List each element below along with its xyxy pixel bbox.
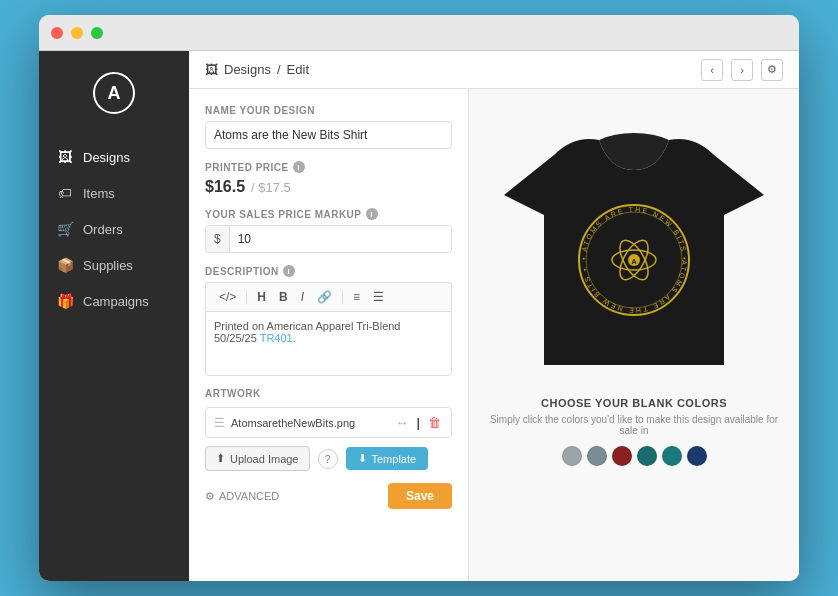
sales-markup-info-icon[interactable]: i <box>366 208 378 220</box>
breadcrumb-designs: Designs <box>224 62 271 77</box>
sidebar: A 🖼 Designs 🏷 Items 🛒 Orders 📦 Supplies … <box>39 51 189 581</box>
toolbar-divider-2 <box>342 290 343 304</box>
app-window: A 🖼 Designs 🏷 Items 🛒 Orders 📦 Supplies … <box>39 15 799 581</box>
color-swatch-2[interactable] <box>612 446 632 466</box>
heading-btn[interactable]: H <box>252 288 271 306</box>
sidebar-item-label-items: Items <box>83 186 115 201</box>
advanced-link[interactable]: ⚙ ADVANCED <box>205 490 279 503</box>
settings-button[interactable]: ⚙ <box>761 59 783 81</box>
minimize-button[interactable] <box>71 27 83 39</box>
link-btn[interactable]: 🔗 <box>312 288 337 306</box>
advanced-icon: ⚙ <box>205 490 215 503</box>
sidebar-item-campaigns[interactable]: 🎁 Campaigns <box>39 283 189 319</box>
upload-icon: ⬆ <box>216 452 225 465</box>
description-label: DESCRIPTION i <box>205 265 452 277</box>
price-slash: / $17.5 <box>251 180 291 195</box>
dollar-prefix: $ <box>206 226 230 252</box>
color-swatch-5[interactable] <box>687 446 707 466</box>
designs-icon: 🖼 <box>57 149 73 165</box>
supplies-icon: 📦 <box>57 257 73 273</box>
sales-markup-input[interactable] <box>230 226 451 252</box>
titlebar <box>39 15 799 51</box>
sidebar-item-label-supplies: Supplies <box>83 258 133 273</box>
content-area: NAME YOUR DESIGN PRINTED PRICE i $16.5 /… <box>189 89 799 581</box>
sales-markup-input-group: $ <box>205 225 452 253</box>
description-text-1: Printed on American Apparel Tri-Blend <box>214 320 401 332</box>
design-name-input[interactable] <box>205 121 452 149</box>
move-artwork-btn[interactable]: ↔ <box>394 413 411 432</box>
artwork-upload-row: ⬆ Upload Image ? ⬇ Template <box>205 446 452 471</box>
artwork-row: ☰ AtomsaretheNewBits.png ↔ | 🗑 <box>205 407 452 438</box>
price-value: $16.5 <box>205 178 245 196</box>
color-swatch-0[interactable] <box>562 446 582 466</box>
printed-price-label: PRINTED PRICE i <box>205 161 452 173</box>
color-swatch-1[interactable] <box>587 446 607 466</box>
description-period: . <box>293 332 296 344</box>
upload-image-button[interactable]: ⬆ Upload Image <box>205 446 310 471</box>
color-swatches <box>562 446 707 466</box>
help-button[interactable]: ? <box>318 449 338 469</box>
app-body: A 🖼 Designs 🏷 Items 🛒 Orders 📦 Supplies … <box>39 51 799 581</box>
orders-icon: 🛒 <box>57 221 73 237</box>
advanced-row: ⚙ ADVANCED Save <box>205 483 452 509</box>
delete-artwork-btn[interactable]: 🗑 <box>426 413 443 432</box>
printed-price-info-icon[interactable]: i <box>293 161 305 173</box>
svg-text:A: A <box>631 258 636 265</box>
svg-text:A: A <box>108 83 121 103</box>
sidebar-item-label-designs: Designs <box>83 150 130 165</box>
breadcrumb-icon: 🖼 <box>205 62 218 77</box>
tshirt-preview: A • ATOMS ARE THE NEW BITS • ATOMS ARE T… <box>504 105 764 385</box>
sidebar-item-orders[interactable]: 🛒 Orders <box>39 211 189 247</box>
artwork-action-buttons: ↔ | 🗑 <box>394 413 443 432</box>
maximize-button[interactable] <box>91 27 103 39</box>
color-swatch-4[interactable] <box>662 446 682 466</box>
italic-btn[interactable]: I <box>296 288 309 306</box>
sidebar-item-items[interactable]: 🏷 Items <box>39 175 189 211</box>
advanced-label: ADVANCED <box>219 490 279 502</box>
sidebar-item-designs[interactable]: 🖼 Designs <box>39 139 189 175</box>
breadcrumb-page: Edit <box>287 62 309 77</box>
bold-btn[interactable]: B <box>274 288 293 306</box>
choose-colors-desc: Simply click the colors you'd like to ma… <box>485 414 783 436</box>
template-button[interactable]: ⬇ Template <box>346 447 429 470</box>
save-button[interactable]: Save <box>388 483 452 509</box>
sidebar-item-label-orders: Orders <box>83 222 123 237</box>
description-toolbar: </> H B I 🔗 ≡ ☰ <box>205 282 452 311</box>
top-bar: 🖼 Designs / Edit ‹ › ⚙ <box>189 51 799 89</box>
choose-colors-title: CHOOSE YOUR BLANK COLORS <box>541 397 727 409</box>
upload-label: Upload Image <box>230 453 299 465</box>
toolbar-divider-1 <box>246 290 247 304</box>
campaigns-icon: 🎁 <box>57 293 73 309</box>
name-label: NAME YOUR DESIGN <box>205 105 452 116</box>
edit-artwork-btn[interactable]: | <box>415 413 422 432</box>
close-button[interactable] <box>51 27 63 39</box>
description-text-2: 50/25/25 <box>214 332 260 344</box>
artwork-filename: AtomsaretheNewBits.png <box>231 417 394 429</box>
breadcrumb: 🖼 Designs / Edit <box>205 62 309 77</box>
breadcrumb-separator: / <box>277 62 281 77</box>
form-panel: NAME YOUR DESIGN PRINTED PRICE i $16.5 /… <box>189 89 469 581</box>
top-bar-actions: ‹ › ⚙ <box>701 59 783 81</box>
price-display-row: $16.5 / $17.5 <box>205 178 452 196</box>
drag-handle-icon[interactable]: ☰ <box>214 416 225 430</box>
description-link[interactable]: TR401 <box>260 332 293 344</box>
template-icon: ⬇ <box>358 452 367 465</box>
items-icon: 🏷 <box>57 185 73 201</box>
logo-icon: A <box>92 71 136 115</box>
sidebar-item-supplies[interactable]: 📦 Supplies <box>39 247 189 283</box>
prev-button[interactable]: ‹ <box>701 59 723 81</box>
code-btn[interactable]: </> <box>214 288 241 306</box>
sidebar-item-label-campaigns: Campaigns <box>83 294 149 309</box>
list-btn[interactable]: ≡ <box>348 288 365 306</box>
main-content: 🖼 Designs / Edit ‹ › ⚙ NAME YOUR DESIGN <box>189 51 799 581</box>
preview-panel: A • ATOMS ARE THE NEW BITS • ATOMS ARE T… <box>469 89 799 581</box>
description-info-icon[interactable]: i <box>283 265 295 277</box>
artwork-section-title: ARTWORK <box>205 388 452 399</box>
template-label: Template <box>372 453 417 465</box>
sales-markup-label: YOUR SALES PRICE MARKUP i <box>205 208 452 220</box>
description-area[interactable]: Printed on American Apparel Tri-Blend 50… <box>205 311 452 376</box>
next-button[interactable]: › <box>731 59 753 81</box>
ordered-list-btn[interactable]: ☰ <box>368 288 389 306</box>
color-swatch-3[interactable] <box>637 446 657 466</box>
